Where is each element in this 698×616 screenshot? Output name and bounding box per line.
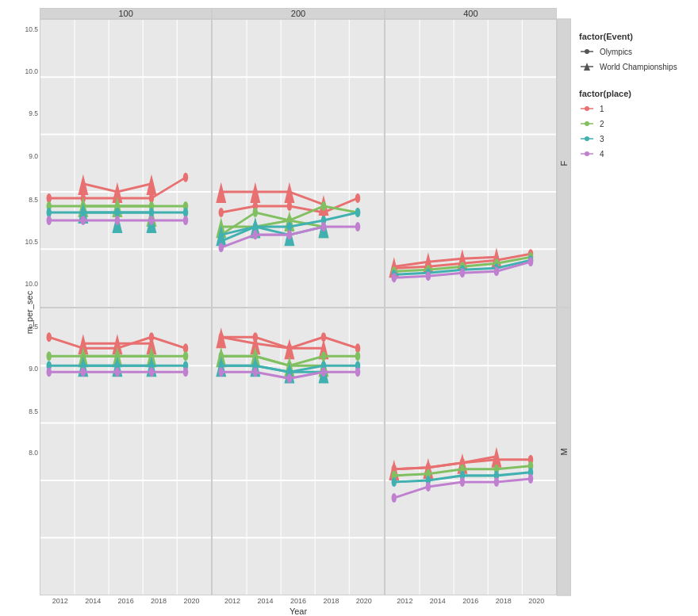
svg-point-144: [149, 367, 154, 377]
svg-point-75: [321, 222, 326, 231]
legend: factor(Event) Olympics World Ch: [571, 8, 698, 616]
facet-f-200: [212, 19, 384, 308]
svg-point-125: [47, 351, 52, 361]
svg-point-182: [253, 367, 258, 377]
legend-place-1-label: 1: [600, 105, 604, 113]
legend-place-title: factor(place): [579, 89, 690, 98]
col-header-400: 400: [385, 8, 557, 19]
svg-point-208: [391, 476, 396, 486]
legend-place-4-label: 4: [600, 150, 604, 159]
facet-m-100: [40, 308, 212, 596]
place-3-symbol: [579, 133, 595, 144]
legend-item-place-4: 4: [579, 148, 690, 159]
col-header-100: 100: [40, 8, 212, 19]
svg-point-105: [425, 271, 430, 281]
main-content: m_per_sec 100 200 400: [0, 0, 698, 616]
legend-item-place-3: 3: [579, 133, 690, 144]
svg-point-142: [81, 367, 86, 377]
x-axis-f-200: 20122014201620182020: [212, 597, 384, 605]
svg-point-104: [391, 273, 396, 282]
svg-point-167: [355, 351, 360, 361]
svg-point-117: [47, 332, 52, 342]
svg-point-34: [115, 216, 120, 225]
legend-olympics-label: Olympics: [600, 48, 632, 56]
legend-item-olympics: Olympics: [579, 46, 690, 57]
svg-point-185: [355, 367, 360, 377]
svg-point-216: [493, 476, 498, 486]
svg-point-57: [321, 201, 326, 211]
svg-point-12: [183, 173, 188, 182]
svg-point-106: [459, 268, 464, 277]
x-axis-f-100: 20122014201620182020: [40, 597, 212, 605]
legend-place-3-label: 3: [600, 135, 604, 143]
x-axis-title: Year: [40, 606, 557, 616]
svg-point-76: [355, 222, 360, 231]
svg-point-223: [585, 106, 589, 111]
svg-point-67: [355, 208, 360, 217]
svg-point-183: [287, 373, 292, 383]
svg-point-227: [585, 136, 589, 141]
wc-symbol: [579, 61, 595, 72]
svg-point-73: [253, 230, 258, 239]
svg-point-108: [527, 257, 532, 266]
svg-point-217: [527, 473, 532, 483]
olympics-symbol: [579, 46, 595, 57]
y-axis-title: m_per_sec: [25, 290, 34, 333]
legend-wc-label: World Championships: [600, 63, 677, 71]
svg-point-184: [321, 367, 326, 377]
row-label-m: M: [557, 308, 571, 596]
legend-item-wc: World Championships: [579, 61, 690, 72]
facet-f-100: [40, 19, 212, 308]
svg-point-45: [219, 208, 224, 217]
svg-point-225: [585, 121, 589, 126]
legend-item-place-1: 1: [579, 103, 690, 114]
svg-point-72: [219, 243, 224, 252]
svg-point-145: [183, 367, 188, 377]
svg-point-36: [183, 216, 188, 225]
svg-point-215: [459, 476, 464, 486]
place-4-symbol: [579, 148, 595, 159]
svg-point-107: [493, 266, 498, 276]
svg-point-55: [253, 208, 258, 217]
legend-place-2-label: 2: [600, 120, 604, 128]
svg-point-49: [355, 193, 360, 203]
svg-point-229: [585, 151, 589, 156]
svg-point-143: [115, 367, 120, 377]
svg-point-214: [425, 481, 430, 491]
legend-event-title: factor(Event): [579, 32, 690, 41]
svg-point-74: [287, 230, 292, 239]
svg-point-181: [219, 367, 224, 377]
place-1-symbol: [579, 103, 595, 114]
svg-point-213: [391, 492, 396, 502]
place-2-symbol: [579, 118, 595, 129]
chart-wrapper: m_per_sec 100 200 400: [0, 0, 698, 616]
facet-m-200: [212, 308, 384, 596]
svg-point-33: [81, 216, 86, 225]
facet-f-400: [385, 19, 557, 308]
row-label-f: F: [557, 19, 571, 308]
svg-point-141: [47, 367, 52, 377]
facet-m-400: [385, 308, 557, 596]
svg-point-32: [47, 216, 52, 225]
legend-item-place-2: 2: [579, 118, 690, 129]
svg-point-129: [183, 351, 188, 361]
svg-point-35: [149, 216, 154, 225]
svg-point-219: [585, 49, 589, 54]
col-header-200: 200: [212, 8, 384, 19]
x-axis-f-400: 20122014201620182020: [385, 597, 557, 605]
